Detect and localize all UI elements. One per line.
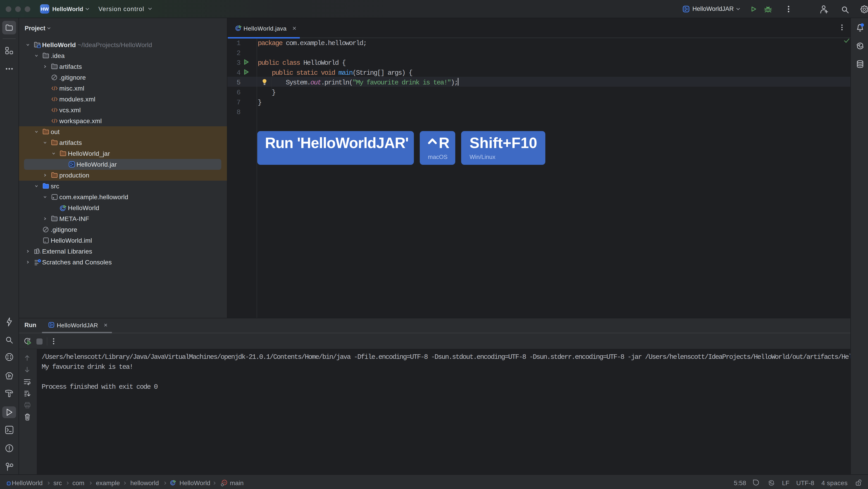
svg-text:m: m — [223, 481, 226, 484]
